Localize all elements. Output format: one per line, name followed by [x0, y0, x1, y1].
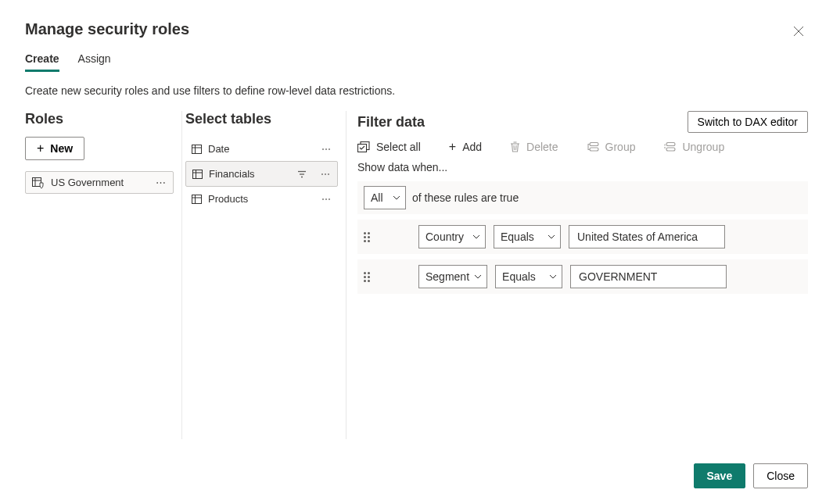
new-role-label: New: [50, 142, 73, 155]
svg-rect-21: [590, 143, 598, 146]
table-item-date[interactable]: Date ⋯: [185, 137, 338, 161]
svg-rect-5: [192, 145, 202, 153]
more-icon[interactable]: ⋯: [321, 194, 332, 205]
drag-handle-icon[interactable]: [364, 272, 375, 282]
operator-value: Equals: [501, 231, 534, 243]
close-icon[interactable]: [791, 23, 806, 39]
table-icon: [192, 145, 202, 154]
group-button: Group: [587, 141, 636, 153]
more-icon[interactable]: ⋯: [321, 144, 332, 155]
operator-select[interactable]: Equals: [494, 225, 561, 248]
tab-bar: Create Assign: [25, 52, 808, 72]
dialog-footer: Save Close: [694, 463, 809, 488]
chevron-down-icon: [393, 195, 400, 200]
filter-applied-icon: [297, 170, 307, 178]
ungroup-button: Ungroup: [663, 141, 724, 153]
svg-line-19: [514, 145, 515, 150]
close-button[interactable]: Close: [753, 463, 808, 488]
chevron-down-icon: [474, 274, 482, 279]
combinator-suffix: of these rules are true: [412, 191, 519, 204]
table-item-label: Products: [208, 193, 248, 205]
dialog-description: Create new security roles and use filter…: [25, 84, 808, 97]
field-select[interactable]: Segment: [418, 265, 487, 288]
select-all-icon: [357, 141, 370, 152]
roles-heading: Roles: [25, 111, 174, 127]
plus-icon: +: [37, 142, 44, 155]
roles-panel: Roles + New US Government ⋯: [25, 111, 181, 439]
value-input[interactable]: GOVERNMENT: [570, 265, 727, 288]
value-text: United States of America: [577, 231, 698, 243]
add-label: Add: [462, 141, 482, 153]
field-select[interactable]: Country: [418, 225, 486, 248]
tables-panel: Select tables Date ⋯ Financials: [181, 111, 346, 439]
switch-dax-button[interactable]: Switch to DAX editor: [688, 111, 808, 133]
select-all-button[interactable]: Select all: [357, 141, 421, 153]
tab-create[interactable]: Create: [25, 52, 59, 72]
chevron-down-icon: [548, 234, 555, 239]
filter-heading: Filter data: [357, 114, 425, 130]
combinator-value: All: [371, 191, 383, 204]
svg-rect-8: [193, 170, 203, 178]
combinator-row: All of these rules are true: [357, 181, 808, 214]
table-item-financials[interactable]: Financials ⋯: [185, 161, 338, 187]
security-table-icon: [32, 177, 45, 188]
field-value: Segment: [425, 270, 469, 283]
add-rule-button[interactable]: + Add: [449, 141, 482, 153]
value-text: GOVERNMENT: [579, 270, 657, 283]
tables-heading: Select tables: [185, 111, 338, 127]
svg-rect-23: [666, 143, 675, 146]
delete-rule-button: Delete: [510, 141, 558, 153]
role-item[interactable]: US Government ⋯: [25, 171, 174, 194]
group-icon: [587, 142, 599, 152]
drag-handle-icon[interactable]: [364, 232, 375, 242]
select-all-label: Select all: [376, 141, 421, 153]
tab-assign[interactable]: Assign: [78, 52, 111, 72]
ungroup-label: Ungroup: [682, 141, 724, 153]
ungroup-icon: [663, 142, 676, 152]
table-item-products[interactable]: Products ⋯: [185, 187, 338, 211]
save-button[interactable]: Save: [694, 463, 746, 488]
filter-toolbar: Select all + Add Delete Group: [357, 141, 808, 153]
new-role-button[interactable]: + New: [25, 137, 84, 160]
group-label: Group: [605, 141, 636, 153]
svg-rect-22: [590, 148, 598, 151]
more-icon[interactable]: ⋯: [321, 169, 331, 180]
operator-value: Equals: [502, 270, 536, 283]
plus-icon: +: [449, 141, 456, 153]
role-item-label: US Government: [51, 177, 124, 188]
dialog-title: Manage security roles: [25, 20, 808, 38]
svg-rect-24: [666, 148, 675, 151]
chevron-down-icon: [472, 234, 480, 239]
manage-security-roles-dialog: Manage security roles Create Assign Crea…: [0, 0, 833, 504]
operator-select[interactable]: Equals: [495, 265, 562, 288]
table-icon: [192, 170, 203, 179]
table-item-label: Financials: [209, 168, 255, 180]
filter-rule: Country Equals United States of America: [357, 220, 808, 254]
filter-rule: Segment Equals GOVERNMENT: [357, 259, 808, 294]
more-icon[interactable]: ⋯: [156, 177, 167, 188]
filter-panel: Filter data Switch to DAX editor Select …: [346, 111, 808, 439]
delete-label: Delete: [526, 141, 558, 153]
value-input[interactable]: United States of America: [569, 225, 725, 248]
combinator-select[interactable]: All: [364, 186, 406, 209]
table-icon: [192, 195, 202, 204]
svg-rect-14: [192, 195, 202, 203]
field-value: Country: [425, 231, 464, 243]
svg-line-20: [516, 145, 517, 150]
trash-icon: [510, 141, 520, 152]
table-item-label: Date: [208, 143, 229, 155]
show-data-when-label: Show data when...: [357, 161, 808, 173]
chevron-down-icon: [549, 274, 557, 279]
